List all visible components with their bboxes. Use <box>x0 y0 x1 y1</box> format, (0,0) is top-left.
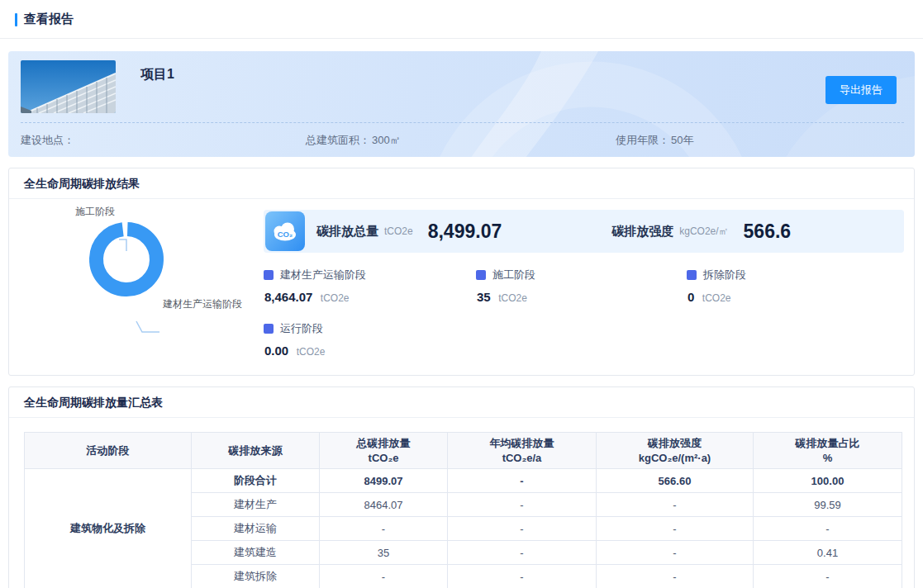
summary-table-title: 全生命周期碳排放量汇总表 <box>9 387 914 418</box>
cell-annual: - <box>448 517 597 541</box>
table-row: 建筑物化及拆除 阶段合计 8499.07 - 566.60 100.00 <box>25 469 902 493</box>
col-emission-source: 碳排放来源 <box>192 433 320 469</box>
col-activity-stage: 活动阶段 <box>25 433 192 469</box>
cell-source: 阶段合计 <box>192 469 320 493</box>
stage-demolition-label: 拆除阶段 <box>703 268 746 282</box>
page-header: 查看报告 <box>0 0 923 39</box>
cell-ratio: 99.59 <box>754 493 902 517</box>
stage-operation-unit: tCO2e <box>297 346 326 358</box>
page-title-text: 查看报告 <box>24 12 74 27</box>
page-title: 查看报告 <box>15 12 74 27</box>
export-report-button[interactable]: 导出报告 <box>825 76 897 104</box>
legend-marker <box>476 270 486 280</box>
intensity-unit: kgCO2e/㎡ <box>679 225 728 239</box>
col-total-emission: 总碳排放量tCO₂e <box>320 433 448 469</box>
legend-marker <box>687 270 697 280</box>
cell-total: 8499.07 <box>320 469 448 493</box>
group-cell: 建筑物化及拆除 <box>25 469 192 588</box>
stage-material-value: 8,464.07 <box>264 290 312 304</box>
cell-total: 35 <box>320 541 448 565</box>
total-emission-label: 碳排放总量 <box>316 224 378 239</box>
cell-intensity: - <box>597 565 754 588</box>
project-thumbnail <box>21 60 116 113</box>
field-area: 总建筑面积：300㎡ <box>306 133 401 148</box>
cell-source: 建材生产 <box>192 493 320 517</box>
cell-ratio: 0.41 <box>754 541 902 565</box>
title-accent-bar <box>15 13 17 26</box>
emission-donut-chart <box>85 218 168 301</box>
cell-total: - <box>320 565 448 588</box>
cell-annual: - <box>448 565 597 588</box>
project-info-row: 建设地点： 总建筑面积：300㎡ 使用年限：50年 <box>8 133 915 153</box>
donut-callout-construction: 施工阶段 <box>75 205 115 219</box>
cell-intensity: 566.60 <box>597 469 754 493</box>
cell-annual: - <box>448 493 597 517</box>
col-emission-intensity: 碳排放强度kgCO₂e/(m²·a) <box>597 433 754 469</box>
legend-marker <box>264 270 274 280</box>
total-emission-unit: tCO2e <box>384 225 413 237</box>
stage-construction: 施工阶段 35 tCO2e <box>476 268 678 305</box>
field-service-life-value: 50年 <box>671 134 693 146</box>
col-emission-ratio: 碳排放量占比% <box>754 433 902 469</box>
col-annual-emission: 年均碳排放量tCO₂e/a <box>448 433 597 469</box>
cell-total: 8464.07 <box>320 493 448 517</box>
project-name: 项目1 <box>140 66 174 83</box>
kpi-strip: CO₂ 碳排放总量 tCO2e 8,499.07 碳排放强度 kgCO2e/㎡ … <box>264 210 904 253</box>
field-location-label: 建设地点： <box>21 134 74 146</box>
cell-ratio: - <box>754 565 902 588</box>
cell-intensity: - <box>597 517 754 541</box>
cell-intensity: - <box>597 541 754 565</box>
summary-table-section: 全生命周期碳排放量汇总表 活动阶段 碳排放来源 总碳排放量tCO₂e 年均碳排放… <box>8 386 915 588</box>
field-service-life-label: 使用年限： <box>616 134 669 146</box>
total-emission-value: 8,499.07 <box>428 220 502 243</box>
cell-annual: - <box>448 469 597 493</box>
cell-source: 建材运输 <box>192 517 320 541</box>
co2-cloud-icon: CO₂ <box>265 211 305 251</box>
cell-intensity: - <box>597 493 754 517</box>
stage-material-unit: tCO2e <box>321 292 350 304</box>
cell-ratio: - <box>754 517 902 541</box>
stage-demolition-unit: tCO2e <box>702 292 731 304</box>
banner-divider <box>21 122 904 123</box>
intensity-label: 碳排放强度 <box>611 224 673 239</box>
stage-operation: 运行阶段 0.00 tCO2e <box>264 321 466 358</box>
lifecycle-result-section: 全生命周期碳排放结果 施工阶段 建材生产运输阶段 <box>8 168 915 376</box>
stage-demolition: 拆除阶段 0 tCO2e <box>687 268 889 305</box>
table-header-row: 活动阶段 碳排放来源 总碳排放量tCO₂e 年均碳排放量tCO₂e/a 碳排放强… <box>25 433 902 469</box>
stage-demolition-value: 0 <box>687 290 694 304</box>
lifecycle-result-title: 全生命周期碳排放结果 <box>9 168 914 199</box>
cell-total: - <box>320 517 448 541</box>
field-area-label: 总建筑面积： <box>306 134 370 146</box>
cell-source: 建筑拆除 <box>192 565 320 588</box>
stage-operation-value: 0.00 <box>264 344 288 358</box>
field-area-value: 300㎡ <box>372 134 401 146</box>
donut-callout-material: 建材生产运输阶段 <box>163 297 242 311</box>
intensity-value: 566.6 <box>744 220 792 243</box>
project-banner: 项目1 导出报告 建设地点： 总建筑面积：300㎡ 使用年限：50年 <box>8 51 915 157</box>
stage-construction-unit: tCO2e <box>498 292 527 304</box>
stage-construction-value: 35 <box>477 290 491 304</box>
stage-construction-label: 施工阶段 <box>492 268 535 282</box>
report-page: 查看报告 <box>0 0 923 588</box>
cell-annual: - <box>448 541 597 565</box>
stage-material: 建材生产运输阶段 8,464.07 tCO2e <box>264 268 466 305</box>
emission-summary-table: 活动阶段 碳排放来源 总碳排放量tCO₂e 年均碳排放量tCO₂e/a 碳排放强… <box>24 432 902 588</box>
field-location: 建设地点： <box>21 133 76 148</box>
legend-marker <box>264 324 274 334</box>
building-image <box>21 60 116 113</box>
field-service-life: 使用年限：50年 <box>616 133 693 148</box>
stage-material-label: 建材生产运输阶段 <box>280 268 366 282</box>
co2-icon-text: CO₂ <box>278 230 293 239</box>
cell-source: 建筑建造 <box>192 541 320 565</box>
cell-ratio: 100.00 <box>754 469 902 493</box>
stage-operation-label: 运行阶段 <box>280 321 323 336</box>
